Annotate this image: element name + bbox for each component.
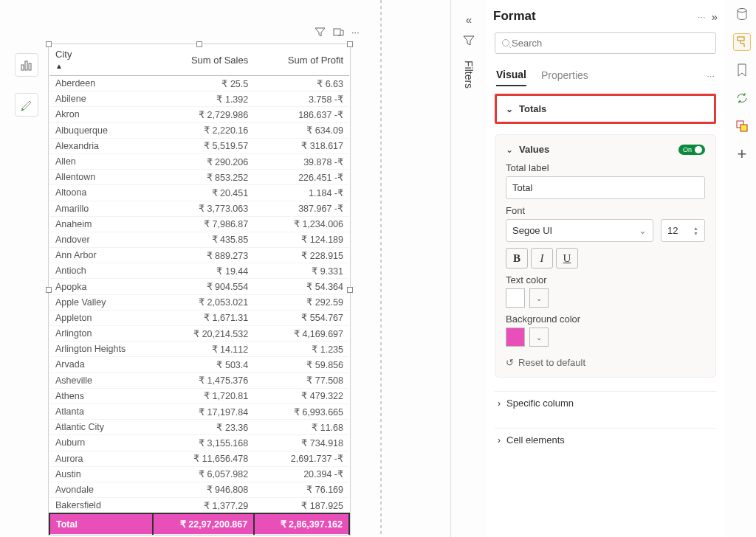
table-row[interactable]: Alexandria₹ 5,519.57₹ 318.617 [49,138,349,153]
font-size-input[interactable]: 12 ▲▼ [661,219,705,242]
filters-label: Filters [463,60,475,89]
font-family-select[interactable]: Segoe UI ⌄ [506,219,653,242]
table-row[interactable]: Atlanta₹ 17,197.84₹ 6,993.665 [49,403,349,419]
format-pane-icon[interactable] [734,34,750,50]
cell-profit: ₹ 124.189 [254,232,349,247]
visual-builder-button[interactable] [15,53,38,77]
chevron-down-icon: ⌄ [506,104,513,114]
table-row[interactable]: Andover₹ 435.85₹ 124.189 [49,232,349,247]
cell-profit: 1.184 -₹ [254,185,349,201]
cell-city: Abilene [49,91,153,107]
table-row[interactable]: Ann Arbor₹ 889.273₹ 228.915 [49,248,349,263]
resize-handle[interactable] [46,41,52,47]
svg-point-6 [738,9,746,13]
italic-button[interactable]: I [531,248,553,268]
table-row[interactable]: Akron₹ 2,729.986186.637 -₹ [49,107,349,122]
toggle-dot [695,146,702,153]
table-row[interactable]: Bakersfield₹ 1,377.29₹ 187.925 [49,498,349,514]
add-icon[interactable]: + [734,146,750,162]
column-header-profit[interactable]: Sum of Profit [254,44,349,76]
chevron-right-icon: › [498,435,501,446]
cell-profit: ₹ 6,993.665 [254,403,349,419]
table-row[interactable]: Apple Valley₹ 2,053.021₹ 292.59 [49,294,349,310]
table-row[interactable]: Avondale₹ 946.808₹ 76.169 [49,482,349,497]
cell-sales: ₹ 6,057.982 [153,466,254,482]
table-row[interactable]: Allen₹ 290.20639.878 -₹ [49,153,349,169]
filter-icon[interactable] [315,27,326,38]
search-input[interactable] [512,38,709,49]
cell-sales: ₹ 889.273 [153,248,254,263]
resize-handle[interactable] [347,287,353,293]
table-row[interactable]: Auburn₹ 3,155.168₹ 734.918 [49,435,349,451]
cell-profit: ₹ 292.59 [254,294,349,310]
cell-city: Arlington [49,326,153,342]
data-pane-icon[interactable] [734,6,750,22]
format-painter-button[interactable] [15,93,38,117]
cell-sales: ₹ 23.36 [153,420,254,435]
table-row[interactable]: Athens₹ 1,720.81₹ 479.322 [49,388,349,403]
text-color-dropdown[interactable]: ⌄ [529,288,549,308]
spinner-icon[interactable]: ▲▼ [693,226,698,236]
table-row[interactable]: Arlington Heights₹ 14.112₹ 1.235 [49,342,349,357]
table-row[interactable]: Austin₹ 6,057.98220.394 -₹ [49,466,349,482]
cell-sales: ₹ 853.252 [153,170,254,185]
chevron-right-icon: › [498,398,501,409]
search-icon [501,38,512,49]
svg-point-4 [503,39,509,46]
cell-profit: 186.637 -₹ [254,107,349,122]
cell-city: Bakersfield [49,498,153,514]
table-row[interactable]: Antioch₹ 19.44₹ 9.331 [49,263,349,279]
bookmark-icon[interactable] [734,62,750,78]
selection-pane-icon[interactable] [734,118,750,134]
cell-city: Anaheim [49,216,153,232]
table-row[interactable]: Albuquerque₹ 2,220.16₹ 634.09 [49,122,349,138]
expand-pane-icon[interactable]: » [712,10,718,23]
column-header-city[interactable]: City ▲ [49,44,153,76]
cell-city: Apple Valley [49,294,153,310]
cell-profit: ₹ 634.09 [254,122,349,138]
table-row[interactable]: Atlantic City₹ 23.36₹ 11.68 [49,420,349,435]
values-toggle[interactable]: On [678,145,705,155]
table-row[interactable]: Altoona₹ 20.4511.184 -₹ [49,185,349,201]
table-row[interactable]: Asheville₹ 1,475.376₹ 77.508 [49,373,349,388]
cell-sales: ₹ 11,656.478 [153,451,254,466]
section-specific-column[interactable]: › Specific column [495,391,716,415]
text-color-swatch[interactable] [506,288,525,308]
column-header-sales[interactable]: Sum of Sales [153,44,254,76]
section-totals[interactable]: ⌄ Totals [495,94,716,124]
more-options-icon[interactable]: ··· [351,27,362,38]
search-box[interactable] [495,32,716,54]
resize-handle[interactable] [347,41,353,47]
chevron-down-icon: ⌄ [506,145,513,155]
table-row[interactable]: Aurora₹ 11,656.4782,691.737 -₹ [49,451,349,466]
tab-more-icon[interactable]: ··· [707,70,715,81]
more-icon[interactable]: ··· [698,11,706,22]
table-row[interactable]: Arvada₹ 503.4₹ 59.856 [49,357,349,373]
tab-visual[interactable]: Visual [496,64,526,86]
svg-rect-0 [21,65,24,70]
bg-color-label: Background color [506,313,705,325]
total-label-input[interactable] [506,176,705,199]
resize-handle[interactable] [196,41,202,47]
resize-handle[interactable] [46,287,52,293]
collapse-filters-icon[interactable]: « [466,13,472,26]
underline-button[interactable]: U [556,248,578,268]
filters-icon[interactable] [463,35,475,49]
section-cell-elements[interactable]: › Cell elements [495,428,716,451]
table-row[interactable]: Aberdeen₹ 25.5₹ 6.63 [49,76,349,91]
focus-mode-icon[interactable] [333,27,344,38]
table-row[interactable]: Amarillo₹ 3,773.063387.967 -₹ [49,201,349,216]
tab-properties[interactable]: Properties [541,65,588,86]
table-row[interactable]: Anaheim₹ 7,986.87₹ 1,234.006 [49,216,349,232]
bold-button[interactable]: B [506,248,528,268]
table-row[interactable]: Arlington₹ 20,214.532₹ 4,169.697 [49,326,349,342]
reset-to-default[interactable]: ↺ Reset to default [506,357,705,368]
sync-icon[interactable] [734,90,750,106]
bg-color-dropdown[interactable]: ⌄ [529,328,549,347]
table-visual[interactable]: City ▲ Sum of Sales Sum of Profit Aberde… [48,44,351,536]
table-row[interactable]: Apopka₹ 904.554₹ 54.364 [49,279,349,294]
bg-color-swatch[interactable] [506,328,525,347]
table-row[interactable]: Allentown₹ 853.252226.451 -₹ [49,170,349,185]
table-row[interactable]: Appleton₹ 1,671.31₹ 554.767 [49,310,349,325]
table-row[interactable]: Abilene₹ 1.3923.758 -₹ [49,91,349,107]
